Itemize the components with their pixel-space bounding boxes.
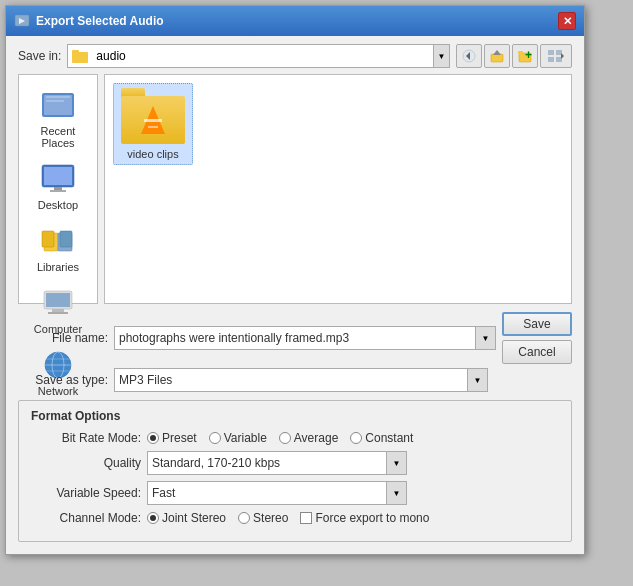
file-item-video-clips[interactable]: video clips bbox=[113, 83, 193, 165]
save-in-combo[interactable]: audio ▼ bbox=[67, 44, 450, 68]
svg-rect-6 bbox=[491, 54, 503, 62]
computer-icon bbox=[40, 287, 76, 319]
file-label: video clips bbox=[127, 148, 178, 160]
svg-text:+: + bbox=[525, 49, 532, 62]
title-bar: Export Selected Audio ✕ bbox=[6, 6, 584, 36]
saveas-arrow[interactable]: ▼ bbox=[467, 369, 487, 391]
radio-joint-stereo-circle bbox=[147, 512, 159, 524]
desktop-icon bbox=[40, 163, 76, 195]
save-in-value: audio bbox=[92, 49, 429, 63]
variable-speed-value: Fast bbox=[152, 486, 386, 500]
up-folder-button[interactable] bbox=[484, 44, 510, 68]
radio-stereo-circle bbox=[238, 512, 250, 524]
force-mono-checkbox[interactable]: Force export to mono bbox=[300, 511, 429, 525]
dialog-window: Export Selected Audio ✕ Save in: audio ▼ bbox=[5, 5, 585, 555]
radio-constant-circle bbox=[350, 432, 362, 444]
svg-rect-23 bbox=[42, 231, 54, 247]
sidebar-item-network[interactable]: Network bbox=[23, 343, 93, 401]
quality-arrow[interactable]: ▼ bbox=[386, 452, 406, 474]
dialog-body: Save in: audio ▼ + bbox=[6, 36, 584, 554]
svg-rect-28 bbox=[52, 309, 64, 312]
files-panel[interactable]: video clips bbox=[104, 74, 572, 304]
variable-speed-label: Variable Speed: bbox=[31, 486, 141, 500]
svg-rect-19 bbox=[44, 167, 72, 185]
filename-value: photographs were intentionally framed.mp… bbox=[119, 331, 471, 345]
sidebar-item-label: Libraries bbox=[37, 261, 79, 273]
libraries-icon bbox=[40, 225, 76, 257]
save-in-label: Save in: bbox=[18, 49, 61, 63]
svg-marker-7 bbox=[493, 50, 501, 55]
sidebar-item-recent-places[interactable]: Recent Places bbox=[23, 83, 93, 153]
radio-stereo[interactable]: Stereo bbox=[238, 511, 288, 525]
radio-variable-circle bbox=[209, 432, 221, 444]
svg-rect-11 bbox=[548, 50, 554, 55]
radio-preset[interactable]: Preset bbox=[147, 431, 197, 445]
back-button[interactable] bbox=[456, 44, 482, 68]
bottom-form: File name: photographs were intentionall… bbox=[18, 312, 572, 392]
force-mono-box bbox=[300, 512, 312, 524]
save-button[interactable]: Save bbox=[502, 312, 572, 336]
filename-label: File name: bbox=[18, 331, 108, 345]
radio-average-label: Average bbox=[294, 431, 338, 445]
variable-speed-combo[interactable]: Fast ▼ bbox=[147, 481, 407, 505]
radio-average-circle bbox=[279, 432, 291, 444]
cancel-button[interactable]: Cancel bbox=[502, 340, 572, 364]
quality-combo[interactable]: Standard, 170-210 kbps ▼ bbox=[147, 451, 407, 475]
channel-mode-label: Channel Mode: bbox=[31, 511, 141, 525]
recent-places-icon bbox=[40, 89, 76, 121]
radio-average[interactable]: Average bbox=[279, 431, 338, 445]
channel-mode-row: Channel Mode: Joint Stereo Stereo Force … bbox=[31, 511, 559, 525]
filename-input[interactable]: photographs were intentionally framed.mp… bbox=[114, 326, 496, 350]
quality-row: Quality Standard, 170-210 kbps ▼ bbox=[31, 451, 559, 475]
svg-rect-3 bbox=[72, 50, 79, 54]
save-in-arrow[interactable]: ▼ bbox=[433, 45, 449, 67]
radio-constant[interactable]: Constant bbox=[350, 431, 413, 445]
radio-preset-circle bbox=[147, 432, 159, 444]
force-mono-label: Force export to mono bbox=[315, 511, 429, 525]
radio-variable[interactable]: Variable bbox=[209, 431, 267, 445]
saveas-label: Save as type: bbox=[18, 373, 108, 387]
bitrate-mode-label: Bit Rate Mode: bbox=[31, 431, 141, 445]
svg-rect-25 bbox=[60, 231, 72, 247]
title-text: Export Selected Audio bbox=[36, 14, 164, 28]
radio-joint-stereo[interactable]: Joint Stereo bbox=[147, 511, 226, 525]
filename-row: File name: photographs were intentionall… bbox=[18, 312, 572, 364]
create-folder-button[interactable]: + bbox=[512, 44, 538, 68]
title-bar-left: Export Selected Audio bbox=[14, 13, 164, 29]
radio-variable-label: Variable bbox=[224, 431, 267, 445]
view-button[interactable] bbox=[540, 44, 572, 68]
close-button[interactable]: ✕ bbox=[558, 12, 576, 30]
svg-rect-17 bbox=[44, 95, 72, 115]
sidebar-item-libraries[interactable]: Libraries bbox=[23, 219, 93, 277]
format-options-title: Format Options bbox=[31, 409, 559, 423]
radio-joint-stereo-label: Joint Stereo bbox=[162, 511, 226, 525]
nav-toolbar: + bbox=[456, 44, 572, 68]
channel-mode-options: Joint Stereo Stereo Force export to mono bbox=[147, 511, 429, 525]
saveas-row: Save as type: MP3 Files ▼ bbox=[18, 368, 572, 392]
sidebar-item-label: Recent Places bbox=[27, 125, 89, 149]
file-area: Recent Places Desktop bbox=[18, 74, 572, 304]
variable-speed-arrow[interactable]: ▼ bbox=[386, 482, 406, 504]
vlc-folder-icon bbox=[121, 88, 185, 144]
quality-value: Standard, 170-210 kbps bbox=[152, 456, 386, 470]
svg-rect-21 bbox=[50, 190, 66, 192]
radio-stereo-label: Stereo bbox=[253, 511, 288, 525]
format-options-section: Format Options Bit Rate Mode: Preset Var… bbox=[18, 400, 572, 542]
saveas-value: MP3 Files bbox=[119, 373, 467, 387]
folder-small-icon bbox=[72, 49, 88, 63]
svg-rect-27 bbox=[46, 293, 70, 307]
variable-speed-row: Variable Speed: Fast ▼ bbox=[31, 481, 559, 505]
radio-preset-label: Preset bbox=[162, 431, 197, 445]
quality-label: Quality bbox=[31, 456, 141, 470]
svg-rect-13 bbox=[548, 57, 554, 62]
filename-arrow[interactable]: ▼ bbox=[475, 327, 495, 349]
saveas-combo[interactable]: MP3 Files ▼ bbox=[114, 368, 488, 392]
action-buttons: Save Cancel bbox=[502, 312, 572, 364]
bitrate-mode-row: Bit Rate Mode: Preset Variable Average bbox=[31, 431, 559, 445]
sidebar-item-label: Desktop bbox=[38, 199, 78, 211]
svg-rect-9 bbox=[518, 51, 523, 54]
radio-constant-label: Constant bbox=[365, 431, 413, 445]
sidebar-item-desktop[interactable]: Desktop bbox=[23, 157, 93, 215]
svg-rect-29 bbox=[48, 312, 68, 314]
audio-export-icon bbox=[14, 13, 30, 29]
